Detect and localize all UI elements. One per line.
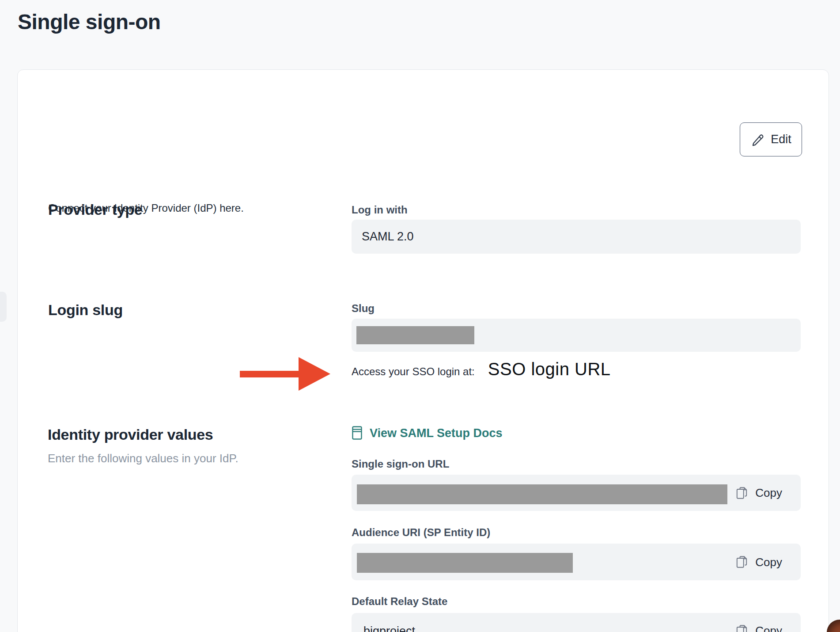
audience-uri-field: Copy	[352, 544, 801, 580]
provider-type-field: SAML 2.0	[352, 220, 801, 254]
pencil-icon	[750, 133, 764, 147]
sso-login-access-row: Access your SSO login at:SSO login URL	[352, 359, 611, 379]
page-title: Single sign-on	[18, 10, 161, 34]
copy-icon	[736, 624, 747, 632]
arrow-shaft	[240, 371, 299, 377]
relay-state-label: Default Relay State	[352, 595, 447, 608]
provider-type-heading: Provider type	[48, 201, 142, 218]
copy-button-label: Copy	[755, 624, 782, 632]
copy-button-label: Copy	[755, 486, 782, 500]
redacted-audience-uri-value	[357, 553, 573, 573]
sso-settings-page: Single sign-on Connect your Identity Pro…	[0, 0, 840, 632]
arrow-head	[299, 357, 330, 391]
journal-icon	[352, 426, 362, 440]
copy-audience-uri-button[interactable]: Copy	[736, 555, 782, 569]
sso-url-field: Copy	[352, 475, 801, 511]
sso-login-url-text: SSO login URL	[488, 359, 611, 379]
saml-docs-link[interactable]: View SAML Setup Docs	[352, 426, 503, 440]
edit-button[interactable]: Edit	[740, 122, 802, 156]
login-slug-heading: Login slug	[48, 301, 123, 319]
saml-docs-link-label: View SAML Setup Docs	[370, 426, 503, 440]
copy-icon	[736, 556, 747, 568]
copy-sso-url-button[interactable]: Copy	[736, 486, 782, 500]
idp-values-heading: Identity provider values	[48, 426, 213, 443]
log-in-with-label: Log in with	[352, 204, 408, 216]
slug-field	[352, 319, 801, 352]
sso-login-access-text: Access your SSO login at:	[352, 365, 475, 377]
copy-icon	[736, 487, 747, 499]
sso-url-label: Single sign-on URL	[352, 458, 449, 470]
left-edge-tab[interactable]	[0, 292, 7, 322]
relay-state-value: bigproject	[363, 624, 415, 632]
edit-button-label: Edit	[771, 133, 791, 146]
relay-state-field: bigproject Copy	[352, 613, 801, 632]
provider-type-value: SAML 2.0	[362, 230, 414, 244]
audience-uri-label: Audience URI (SP Entity ID)	[352, 526, 490, 539]
copy-button-label: Copy	[755, 555, 782, 569]
redacted-slug-value	[356, 326, 474, 344]
redacted-sso-url-value	[357, 484, 727, 504]
annotation-arrow	[240, 357, 330, 391]
settings-card: Connect your Identity Provider (IdP) her…	[17, 69, 829, 632]
idp-values-description: Enter the following values in your IdP.	[48, 452, 238, 465]
slug-label: Slug	[352, 302, 375, 315]
copy-relay-state-button[interactable]: Copy	[736, 624, 782, 632]
